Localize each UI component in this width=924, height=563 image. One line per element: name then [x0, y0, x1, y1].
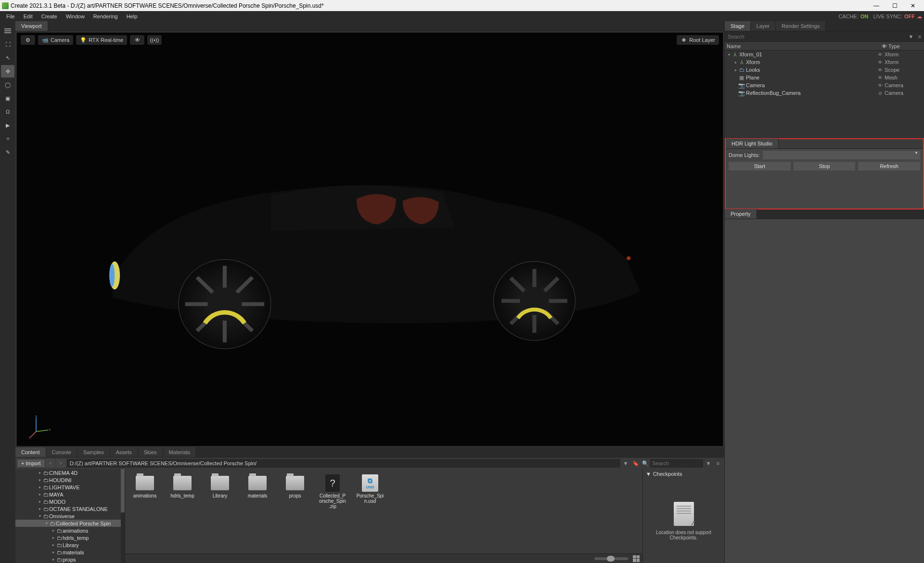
- folder-tree[interactable]: ▸🗀CINEMA 4D▸🗀HOUDINI▸🗀LIGHTWAVE▸🗀MAYA▸🗀M…: [15, 469, 125, 563]
- play-tool[interactable]: ▶: [1, 119, 14, 131]
- file-grid-items[interactable]: animationshdrls_tempLibrarymaterialsprop…: [125, 469, 642, 553]
- stage-row[interactable]: 📷ReflectionBug_Camera⊘Camera: [725, 89, 924, 97]
- file-item[interactable]: Library: [206, 474, 234, 509]
- folder-tree-row[interactable]: ▸🗀MAYA: [15, 491, 125, 498]
- folder-toggle-icon[interactable]: ▸: [38, 478, 42, 482]
- viewport[interactable]: ⚙ 📹Camera 💡RTX Real-time 👁 ((•)) ❖Root L…: [16, 32, 723, 446]
- folder-tree-row[interactable]: ▸🗀MODO: [15, 498, 125, 505]
- stage-tree[interactable]: Name 👁 Type ▾⅄Xform_01👁Xform▸⅄Xform👁Xfor…: [725, 42, 924, 138]
- folder-toggle-icon[interactable]: ▾: [38, 514, 42, 518]
- folder-toggle-icon[interactable]: ▸: [51, 543, 56, 547]
- tab-viewport[interactable]: Viewport: [15, 21, 48, 31]
- renderer-dropdown[interactable]: 💡RTX Real-time: [76, 35, 127, 45]
- menu-file[interactable]: File: [2, 13, 19, 20]
- tab-assets[interactable]: Assets: [110, 447, 138, 457]
- stage-row[interactable]: ▾⅄Xform_01👁Xform: [725, 51, 924, 58]
- select-arrow-tool[interactable]: ↖: [1, 52, 14, 64]
- folder-toggle-icon[interactable]: ▸: [51, 536, 56, 540]
- brush-tool[interactable]: ✎: [1, 146, 14, 158]
- stage-row[interactable]: 📷Camera👁Camera: [725, 81, 924, 89]
- file-item[interactable]: hdrls_temp: [168, 474, 196, 509]
- select-frame-tool[interactable]: ⛶: [1, 38, 14, 51]
- visibility-eye-icon[interactable]: 👁: [876, 83, 885, 88]
- grid-view-icon[interactable]: [633, 555, 640, 562]
- path-dropdown-icon[interactable]: ▼: [621, 460, 630, 466]
- folder-toggle-icon[interactable]: ▸: [38, 507, 42, 511]
- folder-tree-row[interactable]: ▸🗀hdrls_temp: [15, 534, 125, 541]
- stage-row[interactable]: ▦Plane👁Mesh: [725, 74, 924, 81]
- file-item[interactable]: animations: [131, 474, 159, 509]
- viewport-settings-button[interactable]: ⚙: [21, 35, 35, 45]
- menu-help[interactable]: Help: [122, 13, 142, 20]
- tab-hdr-light-studio[interactable]: HDR Light Studio: [726, 139, 779, 148]
- folder-tree-row[interactable]: ▸🗀Library: [15, 541, 125, 549]
- stage-filter-icon[interactable]: ▼: [907, 34, 915, 39]
- folder-toggle-icon[interactable]: ▸: [51, 557, 56, 562]
- tab-materials[interactable]: Materials: [163, 447, 197, 457]
- tab-samples[interactable]: Samples: [77, 447, 110, 457]
- folder-toggle-icon[interactable]: ▸: [38, 485, 42, 489]
- tab-property[interactable]: Property: [725, 209, 757, 219]
- visibility-eye-icon[interactable]: 👁: [876, 52, 885, 57]
- visibility-eye-icon[interactable]: 👁: [876, 67, 885, 73]
- folder-toggle-icon[interactable]: ▸: [51, 550, 56, 554]
- stage-options-icon[interactable]: ≡: [915, 34, 924, 39]
- folder-tree-row[interactable]: ▸🗀OCTANE STANDALONE: [15, 505, 125, 512]
- snap-tool[interactable]: Ω: [1, 105, 14, 118]
- nav-back-button[interactable]: ‹: [46, 459, 55, 468]
- menu-window[interactable]: Window: [62, 13, 89, 20]
- audio-toggle[interactable]: ((•)): [147, 35, 162, 45]
- folder-toggle-icon[interactable]: ▸: [38, 499, 42, 504]
- visibility-eye-icon[interactable]: ⊘: [876, 91, 885, 96]
- folder-tree-row[interactable]: ▾🗀Omniverse: [15, 512, 125, 520]
- tree-toggle-icon[interactable]: ▾: [727, 52, 732, 57]
- hdr-start-button[interactable]: Start: [729, 162, 791, 170]
- minimize-button[interactable]: —: [867, 0, 886, 11]
- menu-edit[interactable]: Edit: [19, 13, 37, 20]
- maximize-button[interactable]: ☐: [886, 0, 904, 11]
- options-icon[interactable]: ≡: [714, 460, 722, 466]
- zoom-slider[interactable]: [594, 557, 628, 560]
- tab-stage[interactable]: Stage: [725, 21, 751, 31]
- content-search-input[interactable]: [650, 459, 703, 468]
- cloud-sync-icon[interactable]: ☁: [917, 13, 922, 20]
- scale-tool[interactable]: ▣: [1, 92, 14, 105]
- tab-layer[interactable]: Layer: [751, 21, 776, 31]
- file-item[interactable]: ?Collected_Porsche_Spin.zip: [319, 474, 346, 509]
- stage-row[interactable]: ▸🗀Looks👁Scope: [725, 66, 924, 74]
- folder-tree-row[interactable]: ▸🗀animations: [15, 527, 125, 534]
- folder-tree-row[interactable]: ▸🗀materials: [15, 549, 125, 556]
- tree-toggle-icon[interactable]: ▸: [733, 68, 738, 72]
- tree-toggle-icon[interactable]: ▸: [733, 60, 738, 65]
- hdr-stop-button[interactable]: Stop: [794, 162, 856, 170]
- folder-toggle-icon[interactable]: ▸: [38, 471, 42, 475]
- rotate-tool[interactable]: ◯: [1, 79, 14, 91]
- menu-rendering[interactable]: Rendering: [89, 13, 122, 20]
- camera-dropdown[interactable]: 📹Camera: [38, 35, 73, 45]
- hamburger-button[interactable]: [1, 25, 14, 37]
- filter-icon[interactable]: ▼: [704, 460, 713, 466]
- folder-tree-row[interactable]: ▸🗀LIGHTWAVE: [15, 484, 125, 491]
- tab-console[interactable]: Console: [46, 447, 77, 457]
- visibility-eye-icon[interactable]: 👁: [876, 60, 885, 65]
- tab-render-settings[interactable]: Render Settings: [776, 21, 826, 31]
- folder-toggle-icon[interactable]: ▸: [38, 492, 42, 497]
- folder-tree-row[interactable]: ▾🗀Collected Porsche Spin: [15, 520, 125, 527]
- folder-tree-scrollbar[interactable]: [121, 469, 125, 563]
- light-tool[interactable]: ✧: [1, 132, 14, 145]
- import-button[interactable]: +Import: [17, 459, 45, 467]
- folder-tree-row[interactable]: ▸🗀CINEMA 4D: [15, 469, 125, 476]
- folder-toggle-icon[interactable]: ▸: [51, 528, 56, 533]
- folder-tree-row[interactable]: ▸🗀props: [15, 556, 125, 563]
- visibility-toggle[interactable]: 👁: [130, 35, 144, 45]
- path-input[interactable]: [67, 459, 620, 468]
- file-item[interactable]: ⧉USDPorsche_Spin.usd: [356, 474, 384, 509]
- visibility-eye-icon[interactable]: 👁: [876, 75, 885, 80]
- checkpoints-header[interactable]: ▼Checkpoints: [643, 469, 724, 479]
- close-button[interactable]: ✕: [904, 0, 922, 11]
- nav-forward-button[interactable]: ›: [56, 459, 66, 468]
- bookmark-icon[interactable]: 🔖: [631, 460, 641, 467]
- file-item[interactable]: props: [281, 474, 309, 509]
- stage-search-input[interactable]: [725, 34, 907, 39]
- tab-content[interactable]: Content: [15, 447, 46, 457]
